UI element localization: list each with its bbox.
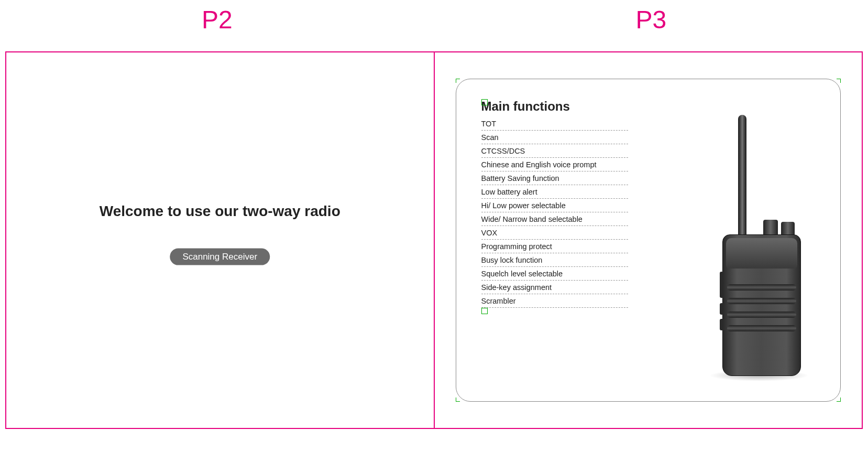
welcome-title: Welcome to use our two-way radio [6, 203, 434, 220]
radio-side-button-icon [720, 303, 723, 315]
page-label-p2: P2 [0, 5, 434, 34]
crop-mark-icon [837, 79, 841, 83]
page-p3: Main functions TOT Scan CTCSS/DCS Chines… [435, 52, 862, 428]
radio-side-button-icon [720, 319, 723, 330]
list-item: Busy lock function [481, 253, 628, 267]
crop-mark-icon [837, 398, 841, 402]
radio-grip-icon [727, 284, 796, 339]
list-item: CTCSS/DCS [481, 144, 628, 158]
list-item: Squelch level selectable [481, 267, 628, 281]
page-label-p3: P3 [434, 5, 869, 34]
list-item: Hi/ Low power selectable [481, 199, 628, 212]
list-item: VOX [481, 226, 628, 240]
scanning-receiver-pill: Scanning Receiver [170, 249, 270, 265]
radio-body-icon [722, 234, 801, 376]
page-p2: Welcome to use our two-way radio Scannin… [6, 52, 435, 428]
list-item: Battery Saving function [481, 171, 628, 185]
list-item: Scrambler [481, 294, 628, 308]
list-item: Scan [481, 131, 628, 144]
functions-list: TOT Scan CTCSS/DCS Chinese and English v… [481, 117, 628, 308]
spread-container: Welcome to use our two-way radio Scannin… [5, 51, 863, 429]
welcome-block: Welcome to use our two-way radio Scannin… [6, 203, 434, 265]
page-labels-row: P2 P3 [0, 5, 868, 34]
list-item: Chinese and English voice prompt [481, 158, 628, 171]
list-item: Side-key assignment [481, 281, 628, 294]
crop-mark-icon [456, 398, 460, 402]
radio-side-button-icon [720, 272, 723, 298]
radio-illustration [707, 115, 811, 377]
list-item: Low battery alert [481, 185, 628, 199]
functions-title: Main functions [481, 99, 816, 114]
functions-card: Main functions TOT Scan CTCSS/DCS Chines… [456, 79, 841, 402]
list-item: Wide/ Narrow band selectable [481, 212, 628, 226]
radio-antenna-icon [738, 115, 746, 235]
crop-mark-icon [456, 79, 460, 83]
list-item: Programming protect [481, 240, 628, 253]
list-item: TOT [481, 117, 628, 131]
